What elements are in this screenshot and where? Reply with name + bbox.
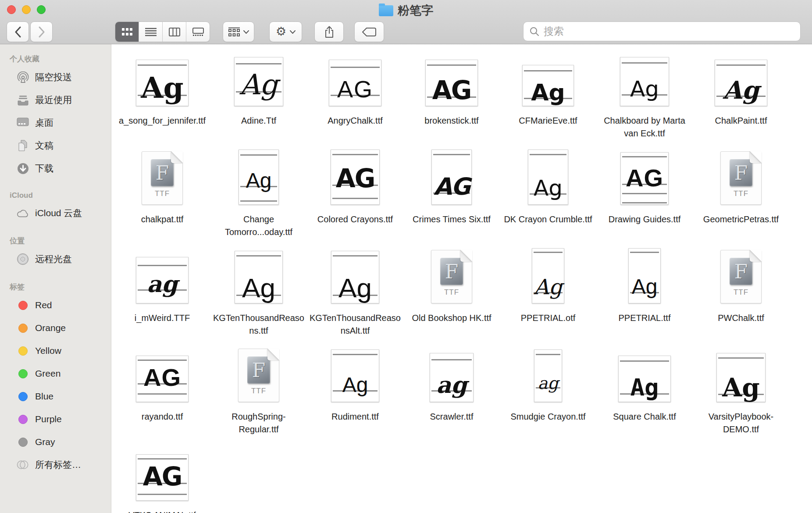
sidebar-item-label: 桌面 <box>35 117 53 129</box>
sidebar-section-header: 标签 <box>0 282 111 294</box>
file-name-label: Drawing Guides.ttf <box>599 213 690 226</box>
file-name-label: Colored Crayons.ttf <box>310 213 401 226</box>
sidebar-item-隔空投送[interactable]: 隔空投送 <box>0 66 111 89</box>
sidebar-section: 个人收藏 隔空投送 最近使用 桌面 文稿 下载 <box>0 54 111 180</box>
sidebar-item-red[interactable]: Red <box>0 294 111 317</box>
tag-icon <box>362 28 376 36</box>
sidebar-item-文稿[interactable]: 文稿 <box>0 134 111 157</box>
sidebar-item-label: Red <box>35 300 52 310</box>
file-tile[interactable]: Ag Change Tomorro...oday.ttf <box>210 147 307 246</box>
file-tile[interactable]: F TTF PWChalk.ttf <box>693 246 789 344</box>
list-view-button[interactable] <box>139 22 163 42</box>
file-tile[interactable]: Ag Chalkboard by Marta van Eck.ttf <box>596 48 693 147</box>
file-tile[interactable]: Ag ChalkPaint.ttf <box>693 48 789 147</box>
font-sample-glyph: Ag <box>136 73 188 102</box>
sidebar-item-最近使用[interactable]: 最近使用 <box>0 89 111 111</box>
font-preview-icon: AG <box>136 454 189 501</box>
file-icon-slot: Ag <box>628 246 661 303</box>
file-tile[interactable]: Ag KGTenThousandReasonsAlt.ttf <box>307 246 403 344</box>
documents-icon <box>17 139 29 152</box>
font-sample-glyph: ag <box>430 373 473 396</box>
share-button[interactable] <box>314 21 344 42</box>
font-preview-icon: Ag <box>715 60 767 106</box>
chevron-left-icon <box>14 26 21 38</box>
file-tile[interactable]: Ag a_song_for_jennifer.ttf <box>114 48 210 147</box>
sidebar-item-purple[interactable]: Purple <box>0 408 111 431</box>
file-icon-slot: ag <box>136 246 189 303</box>
sidebar-item-icloud-云盘[interactable]: iCloud 云盘 <box>0 202 111 224</box>
file-name-label: Adine.Ttf <box>213 114 304 127</box>
file-tile[interactable]: Ag PPETRIAL.ttf <box>596 246 693 344</box>
sidebar-item-所有标签…[interactable]: 所有标签… <box>0 453 111 476</box>
gallery-view-icon <box>192 28 204 36</box>
file-tile[interactable]: Ag DK Crayon Crumble.ttf <box>500 147 596 246</box>
file-tile[interactable]: Ag CFMarieEve.ttf <box>500 48 596 147</box>
gallery-view-button[interactable] <box>186 22 210 42</box>
ttf-document-icon: F TTF <box>431 250 472 303</box>
font-sample-glyph: Ag <box>331 274 379 302</box>
file-tile[interactable]: AG AngryChalk.ttf <box>307 48 403 147</box>
sidebar-section: 位置 远程光盘 <box>0 236 111 271</box>
desktop-icon <box>17 117 29 129</box>
font-sample-glyph: Ag <box>235 274 282 302</box>
gear-icon: ⚙ <box>276 26 286 38</box>
font-preview-icon: AG <box>329 60 381 106</box>
file-tile[interactable]: ag i_mWeird.TTF <box>114 246 210 344</box>
file-tile[interactable]: F TTF GeometricPetras.ttf <box>693 147 789 246</box>
search-input[interactable] <box>543 25 794 38</box>
file-tile[interactable]: Ag Square Chalk.ttf <box>596 344 693 443</box>
file-tile[interactable]: Ag KGTenThousandReasons.ttf <box>210 246 307 344</box>
column-view-button[interactable] <box>163 22 186 42</box>
font-sample-glyph: ag <box>534 375 562 392</box>
file-tile[interactable]: Ag Rudiment.ttf <box>307 344 403 443</box>
file-tile[interactable]: F TTF Old Bookshop HK.ttf <box>403 246 500 344</box>
sidebar-item-gray[interactable]: Gray <box>0 431 111 453</box>
sidebar-item-远程光盘[interactable]: 远程光盘 <box>0 248 111 271</box>
tag-button[interactable] <box>354 21 384 42</box>
page-fold <box>750 151 762 163</box>
action-menu-button[interactable]: ⚙ <box>269 21 302 42</box>
sidebar-item-下载[interactable]: 下载 <box>0 157 111 180</box>
file-tile[interactable]: Ag Adine.Ttf <box>210 48 307 147</box>
font-preview-icon: Ag <box>331 251 379 303</box>
file-tile[interactable]: Ag VarsityPlaybook-DEMO.ttf <box>693 344 789 443</box>
file-tile[interactable]: AG brokenstick.ttf <box>403 48 500 147</box>
file-tile[interactable]: AG Drawing Guides.ttf <box>596 147 693 246</box>
font-letter-block: F <box>247 356 270 384</box>
sidebar-item-orange[interactable]: Orange <box>0 317 111 339</box>
file-tile[interactable]: ag Scrawler.ttf <box>403 344 500 443</box>
font-preview-icon: Ag <box>234 57 283 106</box>
font-preview-icon: AG <box>331 150 380 205</box>
search-field[interactable] <box>523 21 801 41</box>
file-name-label: GeometricPetras.ttf <box>695 213 787 226</box>
sidebar-item-green[interactable]: Green <box>0 362 111 385</box>
file-tile[interactable]: AG Colored Crayons.ttf <box>307 147 403 246</box>
sidebar-section: iCloud iCloud 云盘 <box>0 191 111 224</box>
file-tile[interactable]: F TTF RoughSpring-Regular.ttf <box>210 344 307 443</box>
file-tile[interactable]: F TTF chalkpat.ttf <box>114 147 210 246</box>
font-preview-icon: AG <box>431 150 472 205</box>
file-icon-slot: ag <box>430 344 474 402</box>
file-name-label: Scrawler.ttf <box>406 410 497 423</box>
file-name-label: Square Chalk.ttf <box>599 410 690 423</box>
file-name-label: i_mWeird.TTF <box>117 312 208 324</box>
back-button[interactable] <box>7 21 29 42</box>
forward-button[interactable] <box>30 21 53 42</box>
font-sample-glyph: AG <box>329 77 381 101</box>
file-tile[interactable]: AG Crimes Times Six.ttf <box>403 147 500 246</box>
font-sample-glyph: Ag <box>523 81 573 103</box>
file-icon-slot: Ag <box>716 344 766 402</box>
file-tile[interactable]: Ag PPETRIAL.otf <box>500 246 596 344</box>
file-tile[interactable]: ag Smudgie Crayon.ttf <box>500 344 596 443</box>
file-icon-slot: AG <box>620 147 669 205</box>
file-tile[interactable]: AG VTKS ANIMAL.ttf <box>114 443 210 513</box>
icon-view-button[interactable] <box>115 22 139 42</box>
file-tile[interactable]: AG rayando.ttf <box>114 344 210 443</box>
view-mode-segmented-control <box>115 21 210 42</box>
recents-icon <box>17 94 29 106</box>
sidebar-item-桌面[interactable]: 桌面 <box>0 111 111 134</box>
sidebar-item-blue[interactable]: Blue <box>0 385 111 408</box>
sidebar-item-yellow[interactable]: Yellow <box>0 339 111 362</box>
group-by-button[interactable] <box>223 21 254 42</box>
share-icon <box>324 26 334 38</box>
